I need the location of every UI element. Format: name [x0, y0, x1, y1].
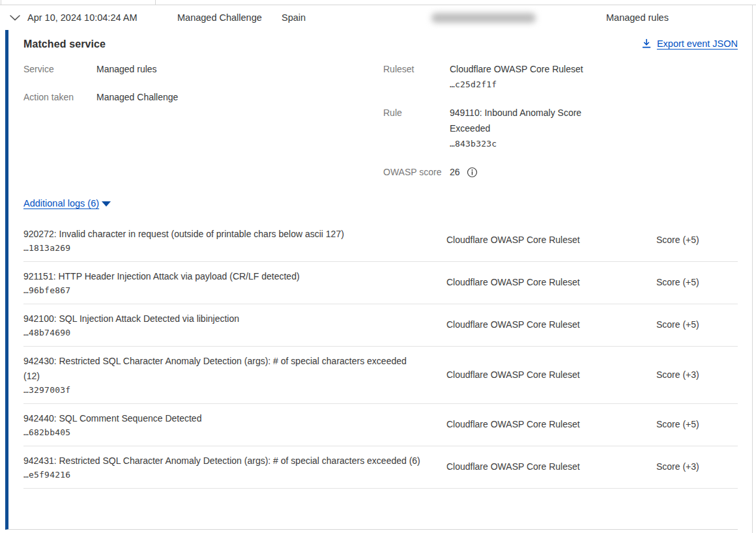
log-row: 942430: Restricted SQL Character Anomaly… [23, 347, 738, 404]
event-action: Managed Challenge [177, 12, 262, 23]
log-score: Score (+3) [656, 461, 738, 472]
firewall-event-detail: Apr 10, 2024 10:04:24 AM Managed Challen… [0, 0, 756, 533]
log-row: 942440: SQL Comment Sequence Detected …6… [23, 404, 738, 446]
log-ruleset: Cloudflare OWASP Core Ruleset [446, 319, 656, 330]
event-summary-row[interactable]: Apr 10, 2024 10:04:24 AM Managed Challen… [0, 5, 756, 30]
action-taken-label: Action taken [23, 89, 96, 105]
log-row: 920272: Invalid character in request (ou… [23, 220, 738, 262]
panel-title: Matched service [23, 38, 106, 50]
rule-id: …843b323c [450, 136, 613, 152]
previous-row-edge [0, 0, 756, 5]
info-icon[interactable] [467, 167, 478, 178]
table-column-divider [155, 0, 156, 5]
caret-down-icon [102, 201, 111, 207]
log-row: 921151: HTTP Header Injection Attack via… [23, 262, 738, 304]
log-rule-id: …3297003f [23, 385, 420, 395]
log-rule-id: …1813a269 [23, 243, 420, 253]
log-rule-title: 942440: SQL Comment Sequence Detected [23, 411, 420, 426]
export-event-json-label: Export event JSON [657, 38, 738, 49]
rule-label: Rule [383, 105, 450, 152]
event-country: Spain [282, 12, 306, 23]
ruleset-id: …c25d2f1f [450, 77, 613, 93]
log-rule-id: …96bfe867 [23, 285, 420, 295]
log-ruleset: Cloudflare OWASP Core Ruleset [446, 369, 656, 380]
log-score: Score (+5) [656, 419, 738, 429]
log-score: Score (+5) [656, 319, 738, 330]
log-rule-title: 921151: HTTP Header Injection Attack via… [23, 269, 420, 284]
log-rule-title: 920272: Invalid character in request (ou… [23, 227, 420, 242]
matched-service-panel: Matched service Export event JSON Servic… [5, 30, 738, 530]
event-service: Managed rules [606, 12, 669, 23]
log-ruleset: Cloudflare OWASP Core Ruleset [446, 235, 656, 245]
log-row: 942431: Restricted SQL Character Anomaly… [23, 446, 738, 489]
log-rule-title: 942100: SQL Injection Attack Detected vi… [23, 311, 420, 326]
export-event-json-link[interactable]: Export event JSON [641, 38, 738, 49]
additional-logs-label: Additional logs (6) [23, 198, 99, 209]
service-value: Managed rules [96, 61, 157, 77]
service-label: Service [23, 61, 96, 77]
log-rule-id: …48b74690 [23, 328, 420, 338]
action-taken-value: Managed Challenge [96, 89, 178, 105]
download-icon [641, 38, 652, 49]
collapse-chevron-icon[interactable] [8, 11, 22, 24]
owasp-score-value: 26 [450, 164, 460, 180]
log-rule-id: …e5f94216 [23, 470, 420, 480]
event-timestamp: Apr 10, 2024 10:04:24 AM [27, 12, 138, 23]
log-ruleset: Cloudflare OWASP Core Ruleset [446, 277, 656, 287]
details-section: Service Managed rules Action taken Manag… [23, 61, 738, 180]
log-score: Score (+5) [656, 235, 738, 245]
owasp-score-label: OWASP score [383, 164, 450, 180]
redacted-value [431, 13, 536, 23]
log-rule-id: …682bb405 [23, 427, 420, 437]
log-score: Score (+3) [656, 369, 738, 380]
rule-value: 949110: Inbound Anomaly Score Exceeded [450, 105, 613, 136]
log-score: Score (+5) [656, 277, 738, 287]
ruleset-value: Cloudflare OWASP Core Ruleset [450, 61, 613, 77]
table-right-border [752, 5, 753, 533]
log-rule-title: 942430: Restricted SQL Character Anomaly… [23, 354, 420, 384]
table-left-border [1, 0, 1, 5]
additional-logs-toggle[interactable]: Additional logs (6) [23, 198, 111, 209]
log-ruleset: Cloudflare OWASP Core Ruleset [446, 419, 656, 429]
log-rule-title: 942431: Restricted SQL Character Anomaly… [23, 454, 420, 468]
log-ruleset: Cloudflare OWASP Core Ruleset [446, 461, 656, 472]
ruleset-label: Ruleset [383, 61, 450, 93]
additional-logs-list: 920272: Invalid character in request (ou… [23, 220, 738, 489]
log-row: 942100: SQL Injection Attack Detected vi… [23, 304, 738, 347]
